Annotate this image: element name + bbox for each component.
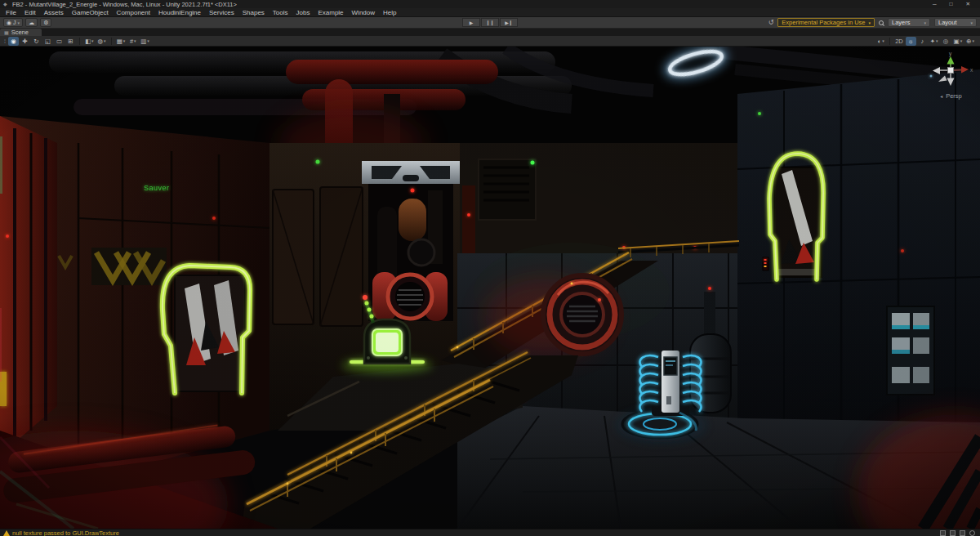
menu-services[interactable]: Services <box>205 8 238 17</box>
menu-shapes[interactable]: Shapes <box>238 8 269 17</box>
chevron-down-icon: ▾ <box>91 38 94 43</box>
vignette-overlay <box>0 47 980 529</box>
menu-example[interactable]: Example <box>314 8 347 17</box>
overlay-drag-handle[interactable]: ⁞ <box>4 38 6 44</box>
2d-mode-button[interactable]: 2D <box>893 37 905 46</box>
menu-window[interactable]: Window <box>348 8 379 17</box>
snap-grid-icon: ▥ <box>140 38 146 45</box>
menu-gameobject[interactable]: GameObject <box>68 8 113 17</box>
experimental-packages-badge[interactable]: Experimental Packages in Use ▾ <box>777 18 875 27</box>
gizmos-button[interactable]: ⊕ ▾ <box>964 37 976 46</box>
increment-snap-button[interactable]: # ▾ <box>127 37 138 46</box>
chevron-down-icon: ▾ <box>104 38 106 43</box>
effects-star-icon: ✦ <box>930 38 935 45</box>
console-status-message[interactable]: null texture passed to GUI.DrawTexture <box>12 529 119 536</box>
history-icon[interactable]: ↺ <box>768 19 774 26</box>
globe-icon: ◍ <box>98 38 104 45</box>
menu-component[interactable]: Component <box>113 8 154 17</box>
menu-edit[interactable]: Edit <box>20 8 40 17</box>
camera-settings-button[interactable]: ▣ ▾ <box>952 37 964 46</box>
gizmo-x-axis[interactable] <box>961 66 969 74</box>
toolbar-separator <box>79 38 80 45</box>
light-bulb-icon: ☼ <box>908 38 914 45</box>
orientation-toggle-button[interactable]: ◍ ▾ <box>96 37 108 46</box>
scale-tool-icon: ◱ <box>45 38 51 45</box>
grid-icon: ▦ <box>4 29 9 35</box>
grid-visibility-button[interactable]: ▦ ▾ <box>115 37 127 46</box>
statusbar[interactable]: null texture passed to GUI.DrawTexture <box>0 529 980 536</box>
transform-tool-icon: ⊞ <box>68 38 73 45</box>
scene-render[interactable]: Sauver <box>0 47 980 529</box>
account-button[interactable]: ◉ J ▾ <box>3 18 23 27</box>
gizmo-y-axis[interactable] <box>947 56 955 65</box>
layers-label: Layers <box>892 19 911 26</box>
gizmo-left-axis[interactable] <box>933 67 940 74</box>
progress-activity-icon[interactable] <box>969 530 975 536</box>
orientation-gizmo[interactable]: y x ◄ Persp <box>926 50 975 100</box>
gizmo-z-axis[interactable] <box>938 76 947 83</box>
scene-audio-button[interactable]: ♪ <box>917 37 928 46</box>
step-button[interactable]: ▶❙ <box>500 18 518 27</box>
move-tool-button[interactable]: ✚ <box>20 37 30 46</box>
grid-snap-button[interactable]: ▥ ▾ <box>139 37 151 46</box>
shaded-sphere-icon: ◐ <box>878 38 882 45</box>
gizmo-down-axis[interactable] <box>947 78 955 87</box>
menu-tools[interactable]: Tools <box>269 8 292 17</box>
pause-button[interactable]: ❙❙ <box>481 18 499 27</box>
tab-scene[interactable]: ▦ Scene <box>0 29 42 36</box>
status-tool-icon-2[interactable] <box>950 530 956 536</box>
cloud-button[interactable]: ☁ <box>25 18 38 27</box>
layout-dropdown[interactable]: Layout ▾ <box>934 18 977 27</box>
scene-visibility-button[interactable]: ◎ <box>941 37 951 46</box>
chevron-down-icon: ▾ <box>936 38 938 43</box>
chevron-down-icon: ▾ <box>123 38 126 43</box>
rect-tool-button[interactable]: ▭ <box>54 37 65 46</box>
camera-icon: ▣ <box>954 38 960 45</box>
pivot-icon: ◧ <box>85 38 91 45</box>
play-button[interactable]: ▶ <box>462 18 480 27</box>
search-icon[interactable] <box>879 20 884 25</box>
menu-file[interactable]: File <box>2 8 20 17</box>
gizmo-axes[interactable]: y x <box>928 50 973 88</box>
services-button[interactable]: ⚙ <box>40 18 51 27</box>
menu-jobs[interactable]: Jobs <box>292 8 314 17</box>
close-button[interactable]: ✕ <box>966 0 970 8</box>
window-controls: ─ □ ✕ <box>933 0 977 8</box>
pivot-toggle-button[interactable]: ◧ ▾ <box>83 37 96 46</box>
gizmo-y-label: y <box>949 51 952 57</box>
chevron-down-icon: ▾ <box>147 38 149 43</box>
rotate-tool-button[interactable]: ↻ <box>31 37 42 46</box>
minimize-button[interactable]: ─ <box>933 0 937 8</box>
audio-icon: ♪ <box>920 38 924 45</box>
transform-tool-button[interactable]: ⊞ <box>65 37 76 46</box>
cloud-icon: ☁ <box>29 20 34 26</box>
chevron-down-icon: ▾ <box>972 38 974 43</box>
layers-dropdown[interactable]: Layers ▾ <box>888 18 930 27</box>
layout-label: Layout <box>938 19 957 26</box>
scale-tool-button[interactable]: ◱ <box>42 37 53 46</box>
menu-assets[interactable]: Assets <box>40 8 68 17</box>
effects-button[interactable]: ✦ ▾ <box>929 37 940 46</box>
scene-toolbar: ⁞ ◉ ✚ ↻ ◱ ▭ ⊞ ◧ ▾ ◍ ▾ ▦ ▾ # ▾ ▥ ▾ ◐ ▾ <box>0 36 980 47</box>
persp-arrow-icon: ◄ <box>939 94 943 99</box>
window-titlebar: ◆ FB2 - MutantVillage_2_Energie - Window… <box>0 0 980 8</box>
statusbar-right <box>940 530 977 536</box>
projection-toggle[interactable]: ◄ Persp <box>926 92 975 100</box>
menu-help[interactable]: Help <box>379 8 400 17</box>
gizmo-center-cube[interactable] <box>948 68 954 74</box>
status-tool-icon-3[interactable] <box>960 530 965 536</box>
step-icon: ▶❙ <box>505 20 513 25</box>
gizmos-icon: ⊕ <box>966 38 971 45</box>
scene-viewport[interactable]: Sauver <box>0 47 980 529</box>
menu-houdiniengine[interactable]: HoudiniEngine <box>154 8 205 17</box>
unity-app-icon: ◆ <box>3 2 9 7</box>
snap-increment-icon: # <box>130 38 133 45</box>
status-tool-icon-1[interactable] <box>940 530 946 536</box>
shading-mode-button[interactable]: ◐ ▾ <box>875 37 886 46</box>
rotate-tool-icon: ↻ <box>33 38 38 45</box>
chevron-down-icon: ▾ <box>134 38 136 43</box>
view-tool-button[interactable]: ◉ <box>8 37 19 46</box>
maximize-button[interactable]: □ <box>950 0 953 8</box>
persp-label: Persp <box>946 92 962 100</box>
scene-lighting-button[interactable]: ☼ <box>906 37 916 46</box>
